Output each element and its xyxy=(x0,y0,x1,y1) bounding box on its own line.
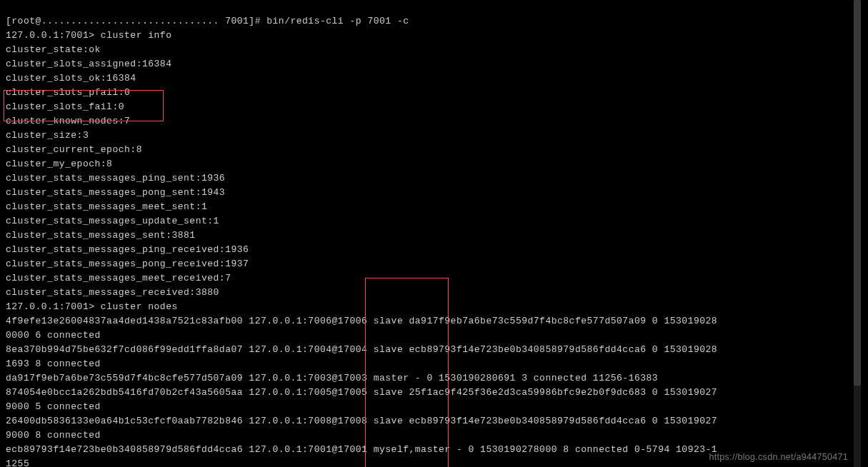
output-line: cluster_stats_messages_update_sent:1 xyxy=(6,216,219,226)
output-line: da917f9eb7a6be73c559d7f4bc8cfe577d507a09… xyxy=(6,373,658,383)
output-line: 26400db5836133e0a64b1c53cfcf0aab7782b846… xyxy=(6,416,717,426)
output-line: cluster_stats_messages_ping_received:193… xyxy=(6,244,249,255)
output-line: ecb89793f14e723be0b340858979d586fdd4cca6… xyxy=(6,444,717,455)
prompt: 127.0.0.1:7001> xyxy=(6,301,101,312)
output-line: cluster_stats_messages_meet_sent:1 xyxy=(6,201,207,212)
output-line: cluster_stats_messages_pong_received:193… xyxy=(6,258,249,269)
terminal-window[interactable]: [root@.............................. 700… xyxy=(0,0,861,467)
output-line: cluster_stats_messages_pong_sent:1943 xyxy=(6,187,225,198)
output-line: [root@.............................. 700… xyxy=(6,16,409,26)
output-line: 8ea370b994d75be632f7cd086f99edd1ffa8da07… xyxy=(6,344,717,355)
output-line: 1255 xyxy=(6,458,29,467)
output-line: cluster_known_nodes:7 xyxy=(6,116,130,126)
output-line: cluster_stats_messages_ping_sent:1936 xyxy=(6,173,225,184)
output-line: cluster_current_epoch:8 xyxy=(6,144,142,155)
output-line: cluster_stats_messages_sent:3881 xyxy=(6,230,196,241)
output-line: cluster_slots_pfail:0 xyxy=(6,87,130,98)
output-line: 1693 8 connected xyxy=(6,358,101,369)
output-line: 4f9efe13e26004837aa4ded1438a7521c83afb00… xyxy=(6,316,717,326)
output-line: cluster_stats_messages_meet_received:7 xyxy=(6,273,231,283)
scrollbar-thumb[interactable] xyxy=(854,0,861,386)
output-line: 9000 8 connected xyxy=(6,430,101,441)
output-line: 9000 5 connected xyxy=(6,401,101,412)
output-line: cluster_size:3 xyxy=(6,130,89,141)
output-line: 874054e0bcc1a262bdb5416fd70b2cf43a5605aa… xyxy=(6,387,717,398)
command-text: cluster nodes xyxy=(101,301,178,312)
prompt: 127.0.0.1:7001> xyxy=(6,30,101,41)
output-line: cluster_state:ok xyxy=(6,44,101,55)
output-line: cluster_my_epoch:8 xyxy=(6,159,112,169)
output-line: cluster_slots_ok:16384 xyxy=(6,73,136,84)
output-line: 0000 6 connected xyxy=(6,330,101,341)
command-text: cluster info xyxy=(101,30,172,41)
output-line: cluster_stats_messages_received:3880 xyxy=(6,287,219,298)
watermark-text: https://blog.csdn.net/a944750471 xyxy=(709,450,848,464)
output-line: cluster_slots_fail:0 xyxy=(6,101,124,112)
output-line: cluster_slots_assigned:16384 xyxy=(6,59,171,69)
